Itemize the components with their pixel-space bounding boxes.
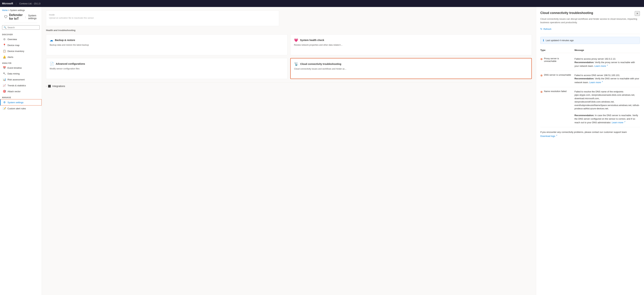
- dns-learn-more[interactable]: Learn more ↗: [589, 81, 603, 84]
- dns-type-text: DNS server is unreachable: [544, 74, 571, 76]
- system-health-card[interactable]: 💗 System health check Review network pro…: [290, 34, 532, 55]
- advanced-config-card[interactable]: 📄 Advanced configurations Modify sensor …: [46, 58, 288, 79]
- top-bar: Microsoft | Contoso Ltd. - 23.1.3: [0, 0, 644, 7]
- device-map-label: Device map: [8, 44, 20, 47]
- issue-row-dns: ⊗ DNS server is unreachable Failed to ac…: [540, 71, 640, 87]
- overview-icon: ⊙: [2, 38, 6, 41]
- attack-vector-icon: 🎯: [2, 90, 6, 93]
- sidebar-item-risk-assessment[interactable]: 📊 Risk assessment: [0, 77, 42, 83]
- settings-grid: ☁ Backup & restore Backup data and resto…: [46, 34, 532, 79]
- name-resolution-type-text: Name resolution failed: [544, 90, 566, 93]
- external-link-icon-3: ↗: [624, 121, 625, 123]
- backup-restore-card[interactable]: ☁ Backup & restore Backup data and resto…: [46, 34, 288, 55]
- cloud-connectivity-title: Cloud connectivity troubleshooting: [300, 63, 341, 65]
- info-banner: ℹ Last updated 4 minutes ago: [540, 37, 640, 44]
- cloud-connectivity-card[interactable]: 📡 Cloud connectivity troubleshooting Clo…: [290, 58, 532, 79]
- refresh-button[interactable]: ↻ Refresh: [540, 27, 552, 31]
- page-title: 🛡 Defender for IoT | System settings: [4, 13, 38, 23]
- message-header: Message: [574, 49, 640, 52]
- system-health-icon: 💗: [294, 38, 298, 42]
- sidebar-item-attack-vector[interactable]: 🎯 Attack vector: [0, 88, 42, 94]
- system-health-title: System health check: [300, 39, 324, 42]
- backup-restore-desc: Backup data and restore the latest backu…: [50, 44, 284, 47]
- download-logs-label: Download logs: [540, 135, 555, 137]
- external-link-icon-2: ↗: [602, 81, 603, 83]
- error-icon-dns: ⊗: [540, 74, 542, 77]
- proxy-message: Failed to access proxy server 192.0.2.13…: [574, 57, 640, 68]
- download-external-icon: ↗: [556, 134, 557, 136]
- system-health-header: 💗 System health check: [294, 38, 528, 42]
- org-name: Contoso Ltd. - 23.1.3: [19, 2, 40, 5]
- integrations-label: Integrations: [52, 85, 65, 88]
- mode-card[interactable]: mode Upload an activation file to reacti…: [46, 11, 279, 26]
- sidebar-item-system-settings[interactable]: ⚙ System settings: [0, 99, 42, 106]
- sidebar-item-trends-statistics[interactable]: 📈 Trends & statistics: [0, 83, 42, 88]
- event-timeline-icon: 📅: [2, 66, 6, 69]
- name-resolution-learn-more[interactable]: Learn more ↗: [612, 121, 625, 124]
- custom-alert-rules-label: Custom alert rules: [8, 107, 26, 110]
- dns-message: Failed to access DNS server 198.51.100.1…: [574, 74, 640, 84]
- search-box[interactable]: 🔍: [2, 25, 40, 30]
- main-content: mode Upload an activation file to reacti…: [42, 7, 536, 295]
- app-icon: 🛡: [4, 15, 8, 19]
- device-inventory-icon: 📋: [2, 50, 6, 53]
- refresh-icon: ↻: [540, 28, 542, 30]
- search-input[interactable]: [8, 26, 38, 29]
- mode-card-title: mode: [49, 14, 276, 16]
- system-settings-label: System settings: [8, 101, 24, 104]
- breadcrumb-home[interactable]: Home: [2, 9, 8, 12]
- panel-subtitle: Cloud connectivity issues can disrupt wo…: [540, 17, 640, 24]
- sidebar-item-device-map[interactable]: 📍 Device map: [0, 42, 42, 48]
- integrations-icon: ⬛: [48, 85, 51, 88]
- trends-icon: 📈: [2, 84, 6, 87]
- sidebar-item-overview[interactable]: ⊙ Overview: [0, 36, 42, 42]
- error-icon-name-resolution: ⊗: [540, 90, 542, 93]
- last-updated-text: Last updated 4 minutes ago: [546, 39, 574, 42]
- risk-assessment-label: Risk assessment: [8, 78, 24, 81]
- error-icon-proxy: ⊗: [540, 57, 542, 61]
- download-logs-link[interactable]: Download logs ↗: [540, 135, 557, 137]
- data-mining-label: Data mining: [8, 72, 20, 75]
- system-health-desc: Review network properties and other data…: [294, 44, 528, 47]
- name-resolution-message: Failed to resolve the DNS name of the en…: [574, 90, 640, 124]
- sidebar-item-custom-alert-rules[interactable]: 📝 Custom alert rules: [0, 106, 42, 111]
- table-header: Type Message: [540, 48, 640, 53]
- issue-row-name-resolution: ⊗ Name resolution failed Failed to resol…: [540, 87, 640, 127]
- search-icon: 🔍: [4, 26, 6, 29]
- sidebar-item-alerts[interactable]: 🔔 Alerts: [0, 54, 42, 60]
- device-inventory-label: Device inventory: [8, 50, 24, 53]
- sidebar-item-event-timeline[interactable]: 📅 Event timeline: [0, 65, 42, 71]
- analyze-section: Analyze 📅 Event timeline ⛏ Data mining 📊…: [0, 60, 42, 94]
- backup-restore-header: ☁ Backup & restore: [50, 38, 284, 42]
- footer-text: If you encounter any connectivity proble…: [540, 131, 640, 133]
- breadcrumb-current: System settings: [10, 9, 25, 12]
- issue-type-proxy: ⊗ Proxy server is unreachable: [540, 57, 572, 62]
- info-icon: ℹ: [543, 39, 544, 42]
- sidebar-item-device-inventory[interactable]: 📋 Device inventory: [0, 48, 42, 54]
- app-name: Defender for IoT: [9, 13, 23, 21]
- divider-1: [540, 34, 640, 34]
- proxy-type-text: Proxy server is unreachable: [544, 57, 572, 62]
- data-mining-icon: ⛏: [2, 72, 6, 75]
- section-title: System settings: [28, 14, 38, 20]
- advanced-config-header: 📄 Advanced configurations: [50, 62, 284, 66]
- event-timeline-label: Event timeline: [8, 67, 22, 69]
- backup-restore-icon: ☁: [50, 38, 53, 42]
- custom-alert-rules-icon: 📝: [2, 107, 6, 110]
- close-button[interactable]: ✕: [635, 11, 640, 16]
- panel-title: Cloud connectivity troubleshooting: [540, 11, 593, 15]
- health-section-label: Health and troubleshooting: [46, 29, 532, 32]
- analyze-label: Analyze: [0, 60, 42, 65]
- cloud-connectivity-icon: 📡: [294, 62, 298, 66]
- integrations-section: › ⬛ Integrations: [46, 83, 532, 88]
- manage-label: Manage: [0, 94, 42, 99]
- integrations-header[interactable]: › ⬛ Integrations: [46, 85, 532, 88]
- top-bar-divider: |: [16, 2, 16, 5]
- cloud-connectivity-header: 📡 Cloud connectivity troubleshooting: [294, 62, 528, 66]
- sidebar-item-data-mining[interactable]: ⛏ Data mining: [0, 71, 42, 77]
- risk-assessment-icon: 📊: [2, 78, 6, 81]
- proxy-learn-more[interactable]: Learn more ↗: [594, 65, 608, 67]
- trends-label: Trends & statistics: [8, 84, 26, 87]
- discover-label: Discover: [0, 31, 42, 36]
- panel-header: Cloud connectivity troubleshooting ✕: [540, 11, 640, 16]
